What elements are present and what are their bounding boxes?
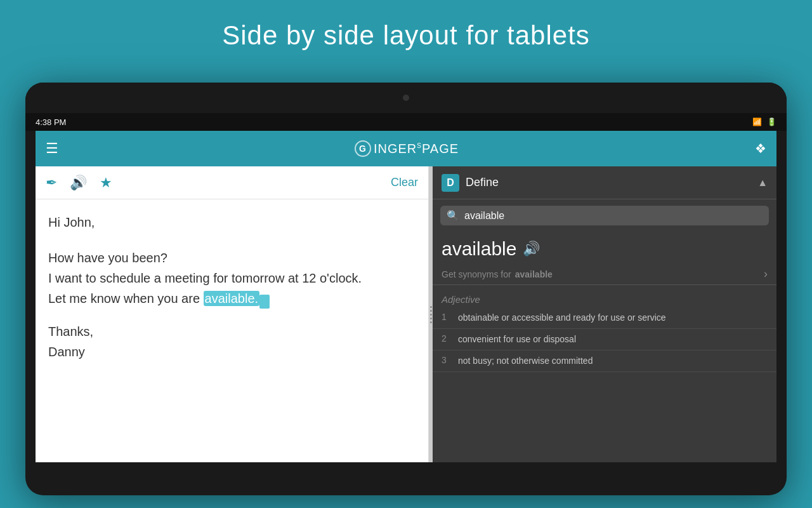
drag-dot-4 (430, 318, 432, 319)
hamburger-menu-icon[interactable]: ☰ (46, 140, 58, 157)
word-main: available (442, 238, 516, 260)
pen-icon[interactable]: ✒ (46, 175, 57, 191)
define-icon-box: D (442, 174, 459, 192)
line3: Let me know when you are available. (48, 288, 416, 309)
editor-toolbar: ✒ 🔊 ★ Clear (36, 166, 428, 199)
star-icon[interactable]: ★ (100, 175, 112, 191)
logo-g-circle: G (355, 140, 371, 157)
highlighted-word: available. (204, 291, 260, 306)
synonyms-arrow-icon: › (764, 267, 768, 281)
sign-off: Thanks, (48, 321, 416, 342)
def-number-2: 2 (442, 333, 452, 346)
tablet-bezel-top (25, 83, 787, 113)
synonyms-word: available (515, 269, 553, 279)
define-label: Define (466, 176, 499, 189)
line1: How have you been? (48, 248, 416, 268)
line3-prefix: Let me know when you are (48, 291, 204, 305)
definition-item-2: 2 convenient for use or disposal (433, 329, 776, 351)
def-number-1: 1 (442, 311, 452, 324)
drag-dot-3 (430, 314, 432, 316)
main-content: ✒ 🔊 ★ Clear Hi John, How have you been? … (36, 166, 776, 462)
word-display: available 🔊 (433, 232, 776, 264)
search-input-value[interactable]: available (464, 210, 504, 222)
tablet-bezel-bottom (25, 462, 787, 490)
define-search-bar[interactable]: 🔍 available (440, 206, 769, 225)
define-icon-letter: D (447, 177, 454, 189)
def-text-1: obtainable or accessible and ready for u… (458, 311, 666, 324)
app-bar: ☰ G INGERSPAGE ❖ (36, 131, 776, 166)
author-name: Danny (48, 342, 416, 362)
greeting-line: Hi John, (48, 212, 416, 232)
tablet-frame: 4:38 PM 📶 🔋 ☰ G INGERSPAGE ❖ ✒ 🔊 (25, 83, 787, 495)
clear-button[interactable]: Clear (391, 176, 418, 189)
status-bar: 4:38 PM 📶 🔋 (25, 113, 787, 131)
word-speaker-icon[interactable]: 🔊 (523, 241, 540, 257)
wifi-icon: 📶 (752, 117, 762, 126)
status-icons: 📶 🔋 (752, 117, 776, 126)
def-text-2: convenient for use or disposal (458, 333, 576, 346)
drag-dot-1 (430, 306, 432, 308)
synonyms-row[interactable]: Get synonyms for available › (433, 264, 776, 285)
define-expand-icon[interactable]: ▲ (757, 177, 768, 189)
logo-text: INGERSPAGE (374, 142, 459, 156)
app-logo: G INGERSPAGE (355, 140, 459, 157)
status-time: 4:38 PM (36, 117, 66, 127)
left-panel-editor: ✒ 🔊 ★ Clear Hi John, How have you been? … (36, 166, 429, 462)
def-text-3: not busy; not otherwise committed (458, 354, 593, 368)
battery-icon: 🔋 (767, 117, 776, 126)
definition-item-3: 3 not busy; not otherwise committed (433, 351, 776, 372)
speaker-icon[interactable]: 🔊 (70, 175, 87, 191)
app-screen: ☰ G INGERSPAGE ❖ ✒ 🔊 ★ Clear Hi Joh (36, 131, 776, 462)
tablet-camera (403, 95, 409, 101)
part-of-speech-label: Adjective (433, 290, 776, 307)
right-panel-dictionary: D Define ▲ 🔍 available available 🔊 (433, 166, 776, 462)
drag-dot-2 (430, 310, 432, 312)
selection-handle-right (263, 295, 270, 309)
def-number-3: 3 (442, 354, 452, 368)
synonyms-prefix-text: Get synonyms for (442, 269, 511, 279)
drag-dot-5 (430, 321, 432, 323)
definitions-list: Adjective 1 obtainable or accessible and… (433, 285, 776, 462)
line2: I want to schedule a meeting for tomorro… (48, 268, 416, 288)
editor-area[interactable]: Hi John, How have you been? I want to sc… (36, 199, 428, 462)
share-icon[interactable]: ❖ (755, 141, 766, 156)
definition-item-1: 1 obtainable or accessible and ready for… (433, 307, 776, 329)
search-icon: 🔍 (447, 210, 459, 222)
page-title: Side by side layout for tablets (0, 0, 812, 51)
define-header: D Define ▲ (433, 166, 776, 199)
